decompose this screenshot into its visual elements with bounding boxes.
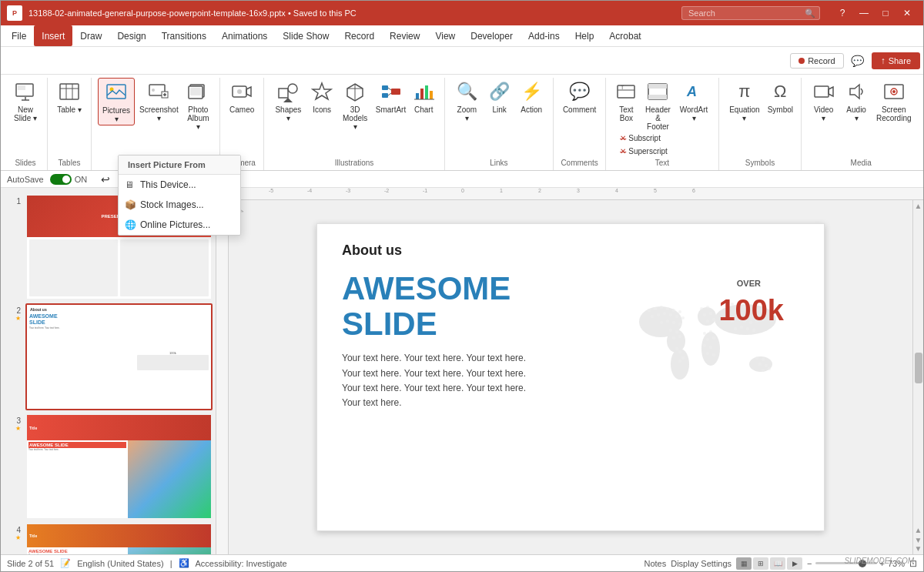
svg-point-82 [700, 307, 703, 310]
menu-review[interactable]: Review [382, 25, 427, 46]
stock-images-option[interactable]: 📦 Stock Images... [119, 195, 240, 215]
wordart-button[interactable]: A WordArt ▾ [675, 78, 711, 124]
scroll-down-icon[interactable]: ▼ [915, 544, 922, 553]
slide-canvas-wrapper[interactable]: About us AWESOME SLIDE Your text here. Y… [229, 200, 912, 554]
shapes-label: Shapes ▾ [273, 105, 303, 122]
slide-main: AWESOME SLIDE Your text here. Your text … [317, 265, 824, 416]
menu-developer[interactable]: Developer [463, 25, 521, 46]
video-button[interactable]: Video ▾ [808, 78, 839, 124]
minimize-button[interactable]: — [854, 3, 874, 23]
menu-file[interactable]: File [4, 25, 34, 46]
new-slide-button[interactable]: NewSlide ▾ [10, 78, 41, 124]
record-button[interactable]: Record [790, 53, 843, 69]
zoom-in-button[interactable]: + [880, 559, 885, 568]
svg-point-76 [672, 336, 675, 340]
svg-point-54 [698, 307, 716, 326]
menu-record[interactable]: Record [336, 25, 382, 46]
slide-4-thumbnail[interactable]: Title AWESOME SLIDE Your text here. [25, 523, 213, 554]
comment-icon: 💬 [567, 79, 592, 104]
menu-insert[interactable]: Insert [34, 25, 72, 46]
notes-button[interactable]: Notes [644, 559, 666, 568]
zoom-thumb[interactable] [859, 560, 866, 567]
equation-button[interactable]: π Equation ▾ [725, 78, 765, 124]
symbol-button[interactable]: Ω Symbol [765, 78, 795, 115]
close-button[interactable]: ✕ [897, 3, 917, 23]
zoom-level[interactable]: 73% [888, 559, 905, 568]
help-icon[interactable]: ? [832, 3, 852, 23]
chat-icon[interactable]: 💬 [847, 50, 869, 72]
maximize-button[interactable]: □ [875, 3, 896, 23]
slide-2-thumbnail[interactable]: About us AWESOMESLIDE Your text here. Yo… [25, 303, 213, 410]
ribbon-group-symbols: π Equation ▾ Ω Symbol Symbols [719, 78, 802, 170]
menu-transitions[interactable]: Transitions [154, 25, 214, 46]
svg-point-73 [678, 323, 681, 326]
menu-addins[interactable]: Add-ins [521, 25, 567, 46]
action-button[interactable]: ⚡ Action [516, 78, 547, 115]
link-icon: 🔗 [487, 79, 512, 104]
media-group-label: Media [808, 157, 914, 167]
table-button[interactable]: Table ▾ [54, 78, 85, 115]
ribbon-group-items-media: Video ▾ Audio ▾ [808, 78, 914, 157]
menu-slideshow[interactable]: Slide Show [275, 25, 336, 46]
equation-icon: π [732, 79, 757, 104]
icons-button[interactable]: Icons [307, 78, 336, 115]
share-button[interactable]: ↑ Share [872, 52, 920, 69]
search-input[interactable] [681, 6, 820, 20]
menu-help[interactable]: Help [567, 25, 602, 46]
zoom-button[interactable]: 🔍 Zoom ▾ [451, 78, 483, 124]
slideshow-view-button[interactable]: ▶ [787, 557, 802, 570]
header-footer-button[interactable]: Header& Footer [642, 78, 675, 132]
menu-acrobat[interactable]: Acrobat [601, 25, 648, 46]
scroll-up-icon[interactable]: ▲ [915, 202, 922, 210]
menu-animations[interactable]: Animations [214, 25, 275, 46]
svg-point-90 [706, 338, 709, 341]
comment-button[interactable]: 💬 Comment [560, 78, 599, 115]
fit-to-window-icon[interactable]: ⊡ [909, 558, 917, 569]
online-pictures-option[interactable]: 🌐 Online Pictures... [119, 215, 240, 235]
pictures-button[interactable]: Pictures ▾ [98, 78, 135, 125]
superscript-button[interactable]: ✕ Superscript [615, 146, 711, 157]
svg-rect-42 [648, 84, 667, 89]
svg-point-20 [237, 89, 242, 94]
next-slide-icon[interactable]: ▼ [915, 536, 922, 544]
toggle-switch[interactable] [50, 174, 72, 185]
screenshot-button[interactable]: Screenshot ▾ [136, 78, 182, 124]
accessibility-label[interactable]: Accessibility: Investigate [196, 559, 287, 568]
link-button[interactable]: 🔗 Link [484, 78, 515, 115]
normal-view-button[interactable]: ▦ [736, 557, 752, 570]
photo-album-button[interactable]: PhotoAlbum ▾ [183, 78, 213, 132]
scroll-thumb[interactable] [915, 353, 922, 383]
menu-draw[interactable]: Draw [72, 25, 109, 46]
subscript-button[interactable]: ✕ Subscript [615, 132, 711, 144]
smartart-button[interactable]: SmartArt [373, 78, 407, 115]
ribbon: Record 💬 ↑ Share [1, 47, 923, 171]
cameo-button[interactable]: Cameo [226, 78, 257, 115]
undo-button[interactable]: ↩ [96, 172, 115, 187]
3d-models-button[interactable]: 3DModels ▾ [338, 78, 373, 132]
svg-point-67 [669, 313, 672, 316]
this-device-option[interactable]: 🖥 This Device... [119, 175, 240, 195]
grid-view-button[interactable]: ⊞ [753, 557, 768, 570]
slide-text: AWESOME SLIDE Your text here. Your text … [342, 271, 602, 410]
header-footer-label: Header& Footer [645, 105, 671, 131]
zoom-slider[interactable] [815, 562, 877, 564]
main-area: 1 PRESENTATION [1, 188, 923, 554]
zoom-out-button[interactable]: − [807, 559, 812, 568]
menu-design[interactable]: Design [109, 25, 153, 46]
notes-indicator-icon: 📝 [60, 558, 71, 568]
shapes-button[interactable]: Shapes ▾ [270, 78, 306, 124]
menu-view[interactable]: View [427, 25, 463, 46]
display-settings-button[interactable]: Display Settings [671, 559, 732, 568]
prev-slide-icon[interactable]: ▲ [915, 526, 922, 534]
right-scrollbar[interactable]: ▲ ▲ ▼ ▼ [912, 200, 923, 554]
slide-3-thumbnail[interactable]: Title AWESOME SLIDE Your text here. Your… [25, 413, 213, 520]
ribbon-group-items-links: 🔍 Zoom ▾ 🔗 Link ⚡ Action [451, 78, 547, 157]
svg-rect-34 [420, 89, 424, 99]
textbox-button[interactable]: T TextBox [612, 78, 640, 124]
audio-button[interactable]: Audio ▾ [841, 78, 872, 124]
chart-button[interactable]: Chart [410, 78, 438, 115]
reading-view-button[interactable]: 📖 [770, 557, 785, 570]
ribbon-group-media: Video ▾ Audio ▾ [802, 78, 920, 170]
autosave-toggle[interactable]: ON [50, 174, 88, 185]
screen-recording-button[interactable]: ScreenRecording [873, 78, 914, 124]
